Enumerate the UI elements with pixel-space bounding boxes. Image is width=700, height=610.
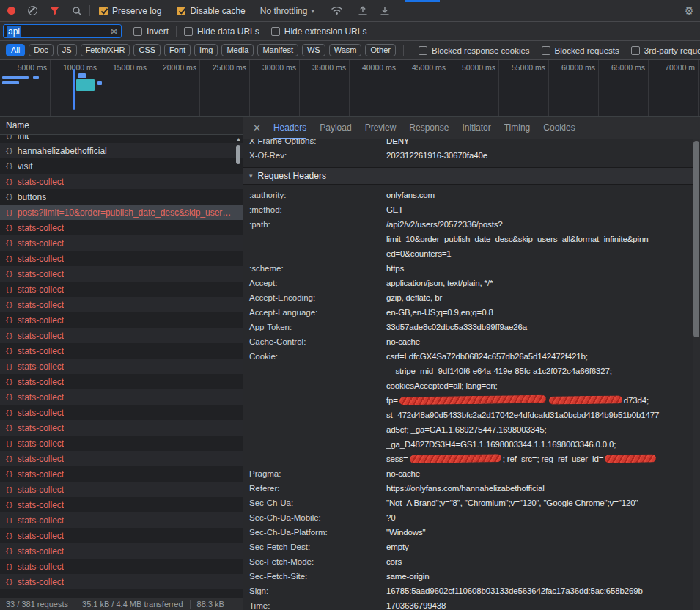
preserve-log-option[interactable]: Preserve log [99, 6, 161, 16]
blocked-requests-checkbox[interactable] [542, 46, 550, 55]
request-row[interactable]: {}stats-collect [0, 374, 243, 389]
filter-chip-other[interactable]: Other [365, 44, 396, 56]
export-har-icon[interactable] [380, 6, 390, 15]
xhr-error-icon: {} [5, 178, 13, 185]
xhr-error-icon: {} [5, 255, 13, 262]
request-row[interactable]: {}stats-collect [0, 482, 243, 497]
request-headers-section[interactable]: ▾Request Headers [243, 167, 693, 185]
record-button[interactable] [7, 7, 15, 15]
scrollbar-thumb[interactable] [693, 141, 699, 337]
header-value: ?0 [386, 510, 687, 525]
filter-chip-ws[interactable]: WS [302, 44, 325, 56]
filter-chip-wasm[interactable]: Wasm [329, 44, 362, 56]
request-row[interactable]: {}stats-collect [0, 297, 243, 312]
request-row[interactable]: {}stats-collect [0, 451, 243, 466]
timeline-overview[interactable]: 5000 ms10000 ms15000 ms20000 ms25000 ms3… [0, 60, 700, 117]
request-row[interactable]: {}stats-collect [0, 389, 243, 405]
hide-data-urls-label: Hide data URLs [197, 26, 259, 37]
request-name: stats-collect [18, 254, 64, 264]
clear-filter-icon[interactable]: ⊗ [110, 26, 118, 36]
hide-data-urls-checkbox[interactable] [184, 27, 193, 36]
request-row[interactable]: {}posts?limit=10&order=publish_date_desc… [0, 205, 243, 220]
blocked-response-cookies-checkbox[interactable] [419, 46, 427, 55]
hide-extension-urls-checkbox[interactable] [271, 27, 280, 36]
header-row: Sec-Ch-Ua-Platform:"Windows" [243, 525, 693, 540]
request-row[interactable]: {}stats-collect [0, 466, 243, 482]
settings-gear-icon[interactable]: ⚙ [685, 0, 694, 22]
request-row[interactable]: {}stats-collect [0, 405, 243, 420]
filter-chip-all[interactable]: All [6, 44, 25, 56]
header-row: :authority:onlyfans.com [243, 188, 693, 202]
request-row[interactable]: {}stats-collect [0, 174, 243, 189]
filter-chip-font[interactable]: Font [164, 44, 191, 56]
close-icon[interactable]: ✕ [253, 122, 261, 133]
request-row[interactable]: {}stats-collect [0, 420, 243, 436]
request-row[interactable]: {}buttons [0, 189, 243, 205]
scrollbar-thumb[interactable] [236, 145, 240, 164]
hide-extension-urls-option[interactable]: Hide extension URLs [271, 26, 367, 37]
header-name: Accept: [249, 276, 386, 290]
header-name: Referer: [249, 481, 386, 496]
filter-option-blocked-response-cookies[interactable]: Blocked response cookies [419, 46, 530, 55]
filter-chip-css[interactable]: CSS [133, 44, 161, 56]
request-row[interactable]: {}stats-collect [0, 497, 243, 512]
request-row[interactable]: {}stats-collect [0, 312, 243, 328]
import-har-icon[interactable] [358, 6, 368, 15]
clear-network-log-icon[interactable] [28, 6, 37, 15]
filter-chip-js[interactable]: JS [57, 44, 77, 56]
tab-payload[interactable]: Payload [320, 117, 351, 139]
header-value: "Not_A Brand";v="8", "Chromium";v="120",… [386, 496, 687, 510]
scroll-up-icon[interactable]: ▲ [236, 136, 241, 142]
request-row[interactable]: {}stats-collect [0, 328, 243, 343]
details-scrollbar[interactable] [693, 139, 700, 610]
request-row[interactable]: {}stats-collect [0, 251, 243, 266]
request-row[interactable]: {}stats-collect [0, 574, 243, 589]
request-name: stats-collect [18, 238, 64, 249]
filter-chip-fetch-xhr[interactable]: Fetch/XHR [81, 44, 130, 56]
request-list-scrollbar[interactable]: ▲ [235, 135, 243, 598]
filter-chip-media[interactable]: Media [221, 44, 254, 56]
invert-option[interactable]: Invert [133, 26, 169, 37]
filter-icon[interactable] [50, 6, 59, 15]
tab-response[interactable]: Response [409, 117, 449, 139]
name-column-header[interactable]: Name [0, 117, 243, 135]
request-row[interactable]: {}stats-collect [0, 266, 243, 282]
filter-chip-doc[interactable]: Doc [29, 44, 54, 56]
network-conditions-icon[interactable] [331, 6, 343, 15]
request-row[interactable]: {}stats-collect [0, 543, 243, 559]
request-row[interactable]: {}stats-collect [0, 359, 243, 374]
tab-timing[interactable]: Timing [504, 117, 531, 139]
request-row[interactable]: {}visit [0, 158, 243, 174]
tab-initiator[interactable]: Initiator [462, 117, 490, 139]
search-icon[interactable] [72, 6, 82, 16]
disable-cache-option[interactable]: Disable cache [177, 6, 245, 16]
request-row[interactable]: {}hannahelizabethofficial [0, 143, 243, 158]
request-row[interactable]: {}init [0, 135, 243, 143]
filter-chip-img[interactable]: Img [194, 44, 218, 56]
request-row[interactable]: {}stats-collect [0, 343, 243, 359]
header-row: Time:1703636799438 [243, 598, 693, 610]
request-row[interactable]: {}stats-collect [0, 528, 243, 543]
request-row[interactable]: {}stats-collect [0, 512, 243, 528]
filter-chip-manifest[interactable]: Manifest [257, 44, 298, 56]
preserve-log-checkbox[interactable] [99, 7, 108, 15]
filter-option-blocked-requests[interactable]: Blocked requests [542, 46, 619, 55]
3rd-party-requests-checkbox[interactable] [631, 46, 640, 55]
filter-input[interactable]: api ⊗ [3, 24, 122, 38]
hide-data-urls-option[interactable]: Hide data URLs [184, 26, 259, 37]
timeline-activity-bar [2, 81, 19, 84]
tab-headers[interactable]: Headers [273, 117, 306, 139]
request-row[interactable]: {}stats-collect [0, 559, 243, 574]
filter-option-3rd-party-requests[interactable]: 3rd-party requests [631, 46, 700, 55]
tab-preview[interactable]: Preview [365, 117, 397, 139]
tab-cookies[interactable]: Cookies [543, 117, 575, 139]
throttling-select[interactable]: No throttling ▾ [260, 6, 314, 16]
request-row[interactable]: {}stats-collect [0, 235, 243, 251]
request-row[interactable]: {}stats-collect [0, 436, 243, 451]
disable-cache-checkbox[interactable] [177, 7, 185, 15]
request-row[interactable]: {}stats-collect [0, 220, 243, 235]
request-row[interactable]: {}stats-collect [0, 282, 243, 297]
section-arrow-icon: ▾ [249, 172, 253, 180]
tab-list: HeadersPayloadPreviewResponseInitiatorTi… [267, 117, 582, 139]
invert-checkbox[interactable] [133, 27, 142, 36]
